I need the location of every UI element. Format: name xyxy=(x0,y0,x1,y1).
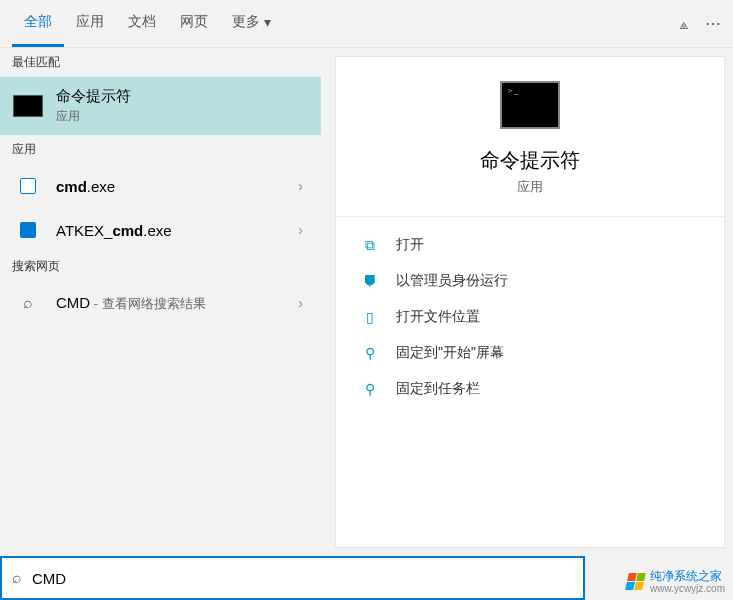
result-title: 命令提示符 xyxy=(56,87,309,106)
watermark-title: 纯净系统之家 xyxy=(650,570,725,583)
tab-all[interactable]: 全部 xyxy=(12,1,64,47)
search-icon: ⌕ xyxy=(20,295,36,311)
action-label: 以管理员身份运行 xyxy=(396,272,508,290)
chevron-down-icon: ▾ xyxy=(264,14,271,30)
windows-logo-icon xyxy=(625,573,646,590)
tab-web[interactable]: 网页 xyxy=(168,1,220,47)
tab-more[interactable]: 更多 ▾ xyxy=(220,1,283,47)
result-title: cmd.exe xyxy=(56,178,298,195)
watermark: 纯净系统之家 www.ycwyjz.com xyxy=(627,570,725,594)
action-label: 打开 xyxy=(396,236,424,254)
detail-title: 命令提示符 xyxy=(336,147,724,174)
top-tab-bar: 全部 应用 文档 网页 更多 ▾ ⟁ ⋯ xyxy=(0,0,733,48)
result-web[interactable]: ⌕ CMD - 查看网络搜索结果 › xyxy=(0,281,321,325)
section-web: 搜索网页 xyxy=(0,252,321,281)
pin-icon: ⚲ xyxy=(360,379,380,399)
action-file-location[interactable]: ▯ 打开文件位置 xyxy=(336,299,724,335)
folder-icon: ▯ xyxy=(360,307,380,327)
section-apps: 应用 xyxy=(0,135,321,164)
action-pin-taskbar[interactable]: ⚲ 固定到任务栏 xyxy=(336,371,724,407)
detail-sub: 应用 xyxy=(336,178,724,196)
detail-pane: 命令提示符 应用 ⧉ 打开 ⛊ 以管理员身份运行 ▯ 打开文件位置 ⚲ xyxy=(335,56,725,548)
more-options-icon[interactable]: ⋯ xyxy=(705,14,721,33)
app-icon xyxy=(20,178,36,194)
chevron-right-icon: › xyxy=(298,295,309,311)
cmd-icon xyxy=(13,95,43,117)
chevron-right-icon: › xyxy=(298,178,309,194)
action-label: 打开文件位置 xyxy=(396,308,480,326)
pin-icon: ⚲ xyxy=(360,343,380,363)
chevron-right-icon: › xyxy=(298,222,309,238)
tab-apps[interactable]: 应用 xyxy=(64,1,116,47)
watermark-url: www.ycwyjz.com xyxy=(650,583,725,594)
cmd-large-icon xyxy=(500,81,560,129)
app-icon xyxy=(20,222,36,238)
action-label: 固定到"开始"屏幕 xyxy=(396,344,504,362)
result-title: CMD - 查看网络搜索结果 xyxy=(56,294,298,313)
search-bar[interactable]: ⌕ xyxy=(0,556,585,600)
action-pin-start[interactable]: ⚲ 固定到"开始"屏幕 xyxy=(336,335,724,371)
tab-docs[interactable]: 文档 xyxy=(116,1,168,47)
feedback-icon[interactable]: ⟁ xyxy=(679,15,689,33)
results-pane: 最佳匹配 命令提示符 应用 应用 cmd.exe › ATKEX_cmd.exe… xyxy=(0,48,321,556)
search-icon: ⌕ xyxy=(12,569,22,587)
search-input[interactable] xyxy=(32,570,573,587)
shield-icon: ⛊ xyxy=(360,271,380,291)
tab-more-label: 更多 xyxy=(232,13,260,31)
open-icon: ⧉ xyxy=(360,235,380,255)
action-open[interactable]: ⧉ 打开 xyxy=(336,227,724,263)
result-best-match[interactable]: 命令提示符 应用 xyxy=(0,77,321,135)
result-title: ATKEX_cmd.exe xyxy=(56,222,298,239)
section-best-match: 最佳匹配 xyxy=(0,48,321,77)
result-app-1[interactable]: cmd.exe › xyxy=(0,164,321,208)
result-app-2[interactable]: ATKEX_cmd.exe › xyxy=(0,208,321,252)
action-run-admin[interactable]: ⛊ 以管理员身份运行 xyxy=(336,263,724,299)
result-sub: 应用 xyxy=(56,108,309,125)
action-label: 固定到任务栏 xyxy=(396,380,480,398)
